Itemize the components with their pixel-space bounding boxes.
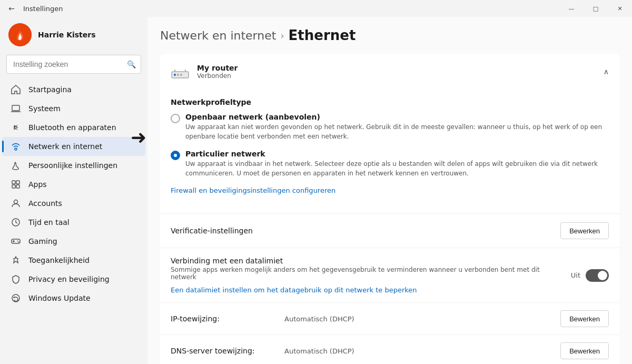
radio-particulier-desc: Uw apparaat is vindbaar in het netwerk. …	[185, 159, 609, 178]
radio-openbaar-label: Openbaar netwerk (aanbevolen)	[185, 113, 609, 121]
titlebar-left: ← Instellingen	[4, 1, 63, 16]
maximize-button[interactable]: □	[584, 0, 608, 17]
sidebar-item-label: Persoonlijke instellingen	[28, 161, 117, 170]
svg-rect-4	[16, 181, 19, 184]
radio-particulier-btn[interactable]	[171, 151, 180, 160]
verificatie-label: Verificatie-instellingen	[171, 227, 253, 235]
brush-icon	[11, 160, 21, 171]
apps-icon	[11, 179, 21, 190]
svg-point-7	[14, 200, 18, 204]
svg-point-17	[174, 74, 176, 76]
ip-button[interactable]: Bewerken	[560, 310, 609, 327]
router-card-header[interactable]: My router Verbonden ∧	[160, 54, 619, 90]
sidebar-item-windowsupdate[interactable]: Windows Update	[2, 289, 145, 308]
search-input[interactable]	[6, 55, 141, 74]
user-section: Harrie Kisters	[0, 17, 147, 55]
breadcrumb-parent[interactable]: Netwerk en internet	[160, 29, 276, 42]
card-title-block: My router Verbonden	[197, 64, 238, 80]
network-profile-section: Netwerkprofieltype Openbaar netwerk (aan…	[160, 90, 619, 213]
clock-icon	[11, 217, 21, 228]
sidebar-item-gaming[interactable]: Gaming	[2, 232, 145, 251]
sidebar-item-apps[interactable]: Apps	[2, 175, 145, 194]
radio-openbaar-desc: Uw apparaat kan niet worden gevonden op …	[185, 122, 609, 141]
svg-point-18	[177, 74, 179, 76]
svg-rect-3	[12, 181, 15, 184]
datalimiet-link[interactable]: Een datalimiet instellen om het datagebr…	[171, 286, 562, 294]
radio-openbaar[interactable]: Openbaar netwerk (aanbevolen) Uw apparaa…	[171, 113, 609, 141]
sidebar-item-startpagina[interactable]: Startpagina	[2, 80, 145, 99]
toggle-label: Uit	[571, 271, 580, 279]
accounts-icon	[11, 198, 21, 209]
breadcrumb-current: Ethernet	[289, 27, 356, 43]
avatar	[8, 23, 32, 46]
svg-point-13	[18, 242, 19, 243]
window-controls: — □ ✕	[559, 0, 632, 17]
sidebar-item-persoonlijk[interactable]: Persoonlijke instellingen	[2, 156, 145, 175]
sidebar-item-label: Windows Update	[28, 294, 91, 302]
app-title: Instellingen	[23, 5, 63, 13]
sidebar-item-label: Bluetooth en apparaten	[28, 123, 116, 132]
sidebar: Harrie Kisters 🔍 Startpagina	[0, 17, 147, 364]
search-icon: 🔍	[127, 60, 136, 68]
svg-rect-6	[16, 185, 19, 188]
dns-label: DNS-server toewijzing:	[171, 347, 276, 355]
breadcrumb: Netwerk en internet › Ethernet	[160, 27, 619, 43]
network-icon	[11, 141, 21, 152]
sidebar-item-tijd[interactable]: Tijd en taal	[2, 213, 145, 232]
svg-rect-1	[12, 105, 19, 111]
ip-label: IP-toewijzing:	[171, 314, 276, 323]
router-icon	[171, 62, 190, 81]
svg-point-14	[15, 257, 17, 258]
svg-point-12	[17, 241, 18, 242]
dns-value: Automatisch (DHCP)	[276, 347, 560, 355]
minimize-button[interactable]: —	[559, 0, 584, 17]
datalimiet-toggle[interactable]	[586, 269, 609, 282]
firewall-link[interactable]: Firewall en beveiligingsinstellingen con…	[171, 186, 609, 194]
card-title: My router	[197, 64, 238, 72]
sidebar-item-label: Apps	[28, 180, 47, 189]
sidebar-item-accounts[interactable]: Accounts	[2, 194, 145, 213]
content-area: Harrie Kisters 🔍 Startpagina	[0, 17, 632, 364]
sidebar-item-label: Toegankelijkheid	[28, 256, 90, 264]
verificatie-row: Verificatie-instellingen Bewerken	[160, 213, 619, 248]
sidebar-item-toegankelijkheid[interactable]: Toegankelijkheid	[2, 251, 145, 270]
shield-icon	[11, 274, 21, 284]
breadcrumb-separator: ›	[280, 30, 284, 41]
sidebar-item-bluetooth[interactable]: Bluetooth en apparaten	[2, 118, 145, 137]
ip-row: IP-toewijzing: Automatisch (DHCP) Bewerk…	[160, 302, 619, 335]
radio-particulier-text: Particulier netwerk Uw apparaat is vindb…	[185, 150, 609, 178]
dns-button[interactable]: Bewerken	[560, 342, 609, 359]
verificatie-button[interactable]: Bewerken	[560, 222, 609, 239]
bluetooth-icon	[11, 122, 21, 133]
gaming-icon	[11, 236, 21, 247]
section-title: Netwerkprofieltype	[171, 90, 609, 113]
user-name: Harrie Kisters	[38, 31, 96, 39]
card-subtitle: Verbonden	[197, 72, 238, 80]
sidebar-item-systeem[interactable]: Systeem	[2, 99, 145, 118]
radio-openbaar-btn[interactable]	[171, 114, 180, 123]
back-button[interactable]: ←	[4, 1, 19, 16]
svg-point-15	[12, 294, 19, 302]
update-icon	[11, 293, 21, 303]
datalimiet-label: Verbinding met een datalimiet	[171, 257, 562, 265]
laptop-icon	[11, 103, 21, 114]
sidebar-nav: Startpagina Systeem	[0, 80, 147, 308]
sidebar-item-label: Tijd en taal	[28, 218, 70, 227]
dns-row: DNS-server toewijzing: Automatisch (DHCP…	[160, 335, 619, 364]
radio-particulier[interactable]: Particulier netwerk Uw apparaat is vindb…	[171, 150, 609, 178]
sidebar-item-label: Systeem	[28, 104, 61, 113]
svg-point-19	[180, 74, 182, 76]
sidebar-item-label: Privacy en beveiliging	[28, 275, 110, 283]
datalimiet-row: Verbinding met een datalimiet Sommige ap…	[160, 248, 619, 302]
search-box: 🔍	[6, 55, 141, 74]
sidebar-item-label: Gaming	[28, 237, 57, 245]
radio-openbaar-text: Openbaar netwerk (aanbevolen) Uw apparaa…	[185, 113, 609, 141]
titlebar: ← Instellingen — □ ✕	[0, 0, 632, 17]
sidebar-item-netwerk[interactable]: Netwerk en internet	[2, 137, 145, 156]
close-button[interactable]: ✕	[608, 0, 632, 17]
svg-point-2	[15, 148, 17, 150]
main-content: Netwerk en internet › Ethernet	[147, 17, 632, 364]
sidebar-item-privacy[interactable]: Privacy en beveiliging	[2, 270, 145, 289]
toggle-area: Uit	[571, 269, 609, 282]
card-header-left: My router Verbonden	[171, 62, 238, 81]
